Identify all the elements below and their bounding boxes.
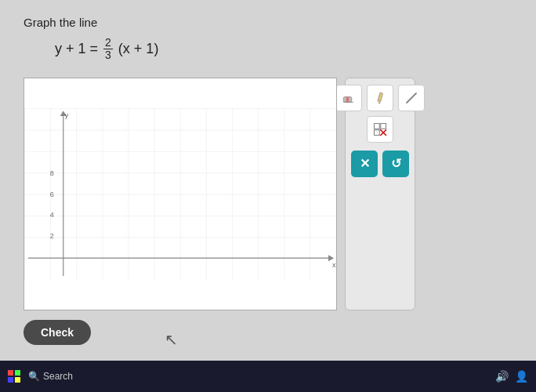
svg-text:4: 4 <box>50 211 54 219</box>
search-label: Search <box>43 371 73 382</box>
pencil-tool[interactable] <box>367 85 393 111</box>
svg-text:x: x <box>332 261 336 269</box>
svg-rect-1 <box>24 108 336 280</box>
toolbar-actions: ✕ ↺ <box>351 151 409 177</box>
eraser-tool[interactable] <box>335 85 362 111</box>
line-tool[interactable] <box>398 85 425 111</box>
equation-fraction: 2 3 <box>103 37 113 62</box>
user-icon[interactable]: 👤 <box>515 370 528 383</box>
main-content: Graph the line y + 1 = 2 3 (x + 1) <box>0 0 536 361</box>
tool-row-top <box>335 85 425 111</box>
pencil-icon <box>373 91 387 105</box>
graph-svg[interactable]: 2 4 6 8 x y <box>24 78 336 310</box>
windows-logo[interactable] <box>8 370 20 383</box>
taskbar-system-icons: 🔊 👤 <box>495 370 528 383</box>
svg-text:y: y <box>65 111 69 119</box>
line-icon <box>404 91 418 105</box>
equation-area: y + 1 = 2 3 (x + 1) <box>55 37 512 62</box>
problem-title: Graph the line <box>24 16 512 29</box>
svg-text:6: 6 <box>50 190 54 198</box>
search-icon: 🔍 <box>28 371 40 382</box>
grid-icon <box>373 122 387 136</box>
graph-section: 2 4 6 8 x y <box>24 78 512 310</box>
svg-rect-19 <box>375 123 380 129</box>
undo-button[interactable]: ↺ <box>382 151 409 177</box>
taskbar-search[interactable]: 🔍 Search <box>28 371 73 382</box>
svg-line-18 <box>407 93 416 103</box>
equation-right: (x + 1) <box>118 41 159 56</box>
fraction-numerator: 2 <box>103 37 113 49</box>
svg-text:2: 2 <box>50 232 54 240</box>
grid-tool[interactable] <box>367 116 393 143</box>
speaker-icon[interactable]: 🔊 <box>495 370 509 383</box>
svg-rect-20 <box>381 123 386 129</box>
svg-rect-13 <box>346 96 349 102</box>
svg-text:8: 8 <box>50 169 54 177</box>
check-button[interactable]: Check <box>24 320 91 345</box>
taskbar: 🔍 Search 🔊 👤 <box>0 361 536 392</box>
check-area: Check <box>24 320 512 345</box>
svg-rect-21 <box>375 130 380 136</box>
tool-row-bottom <box>367 116 393 143</box>
fraction-denominator: 3 <box>103 49 113 61</box>
equation-left: y + 1 = <box>55 41 102 56</box>
graph-container[interactable]: 2 4 6 8 x y <box>24 78 337 310</box>
eraser-icon <box>342 91 356 105</box>
clear-button[interactable]: ✕ <box>351 151 378 177</box>
drawing-toolbar: ✕ ↺ <box>345 78 415 310</box>
